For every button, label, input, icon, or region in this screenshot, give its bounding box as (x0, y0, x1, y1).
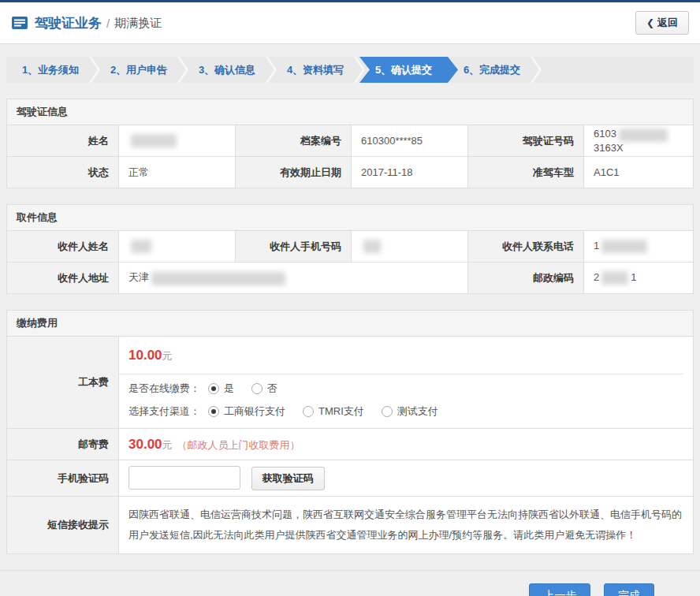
sms-code-input[interactable] (128, 466, 240, 490)
option-label: 测试支付 (397, 404, 438, 419)
license-info-table: 姓名 档案编号 610300****85 驾驶证号码 61033163X 状态 … (6, 125, 694, 188)
fee-label: 工本费 (7, 337, 119, 429)
option-label: 是 (224, 382, 234, 396)
channel-option-test[interactable]: 测试支付 (382, 404, 438, 419)
address-prefix: 天津 (128, 271, 149, 283)
fee-amount-line: 10.00元 (119, 337, 693, 374)
redacted-recipient-name (131, 240, 151, 253)
license-number-suffix: 3163X (594, 142, 624, 154)
postcode-value: 21 (584, 263, 694, 294)
pickup-section-title: 取件信息 (6, 204, 694, 230)
payment-section-title: 缴纳费用 (6, 310, 694, 336)
postcode-prefix: 2 (594, 271, 599, 283)
fee-amount: 10.00 (128, 348, 162, 363)
page-header: 驾驶证业务 / 期满换证 ❮ 返回 (0, 2, 700, 44)
step-6-complete-submit: 6、完成提交 (448, 57, 536, 83)
sms-code-cell: 获取验证码 (119, 460, 694, 497)
recipient-mobile-value (352, 231, 468, 263)
file-number-value: 610300****85 (352, 125, 468, 157)
postage-unit: 元 (162, 439, 173, 451)
channel-option-icbc[interactable]: 工商银行支付 (208, 404, 285, 419)
table-row: 状态 正常 有效期止日期 2017-11-18 准驾车型 A1C1 (7, 157, 694, 188)
license-business-icon (11, 16, 28, 30)
postage-value: 30.00元（邮政人员上门收取费用） (119, 429, 694, 460)
online-pay-label: 是否在线缴费： (128, 382, 200, 396)
vehicle-class-label: 准驾车型 (468, 157, 584, 188)
postcode-label: 邮政编码 (468, 263, 584, 294)
name-value (119, 125, 236, 157)
previous-step-button[interactable]: 上一步 (529, 583, 590, 596)
pickup-info-table: 收件人姓名 收件人手机号码 收件人联系电话 1 收件人地址 天津 邮政编码 21 (6, 230, 694, 294)
postage-amount: 30.00 (128, 437, 162, 452)
recipient-phone-label: 收件人联系电话 (468, 231, 584, 263)
payment-table: 工本费 10.00元 是否在线缴费： 是 否 选择支付渠道： 工商银行支付 TM… (6, 336, 694, 554)
table-row: 收件人地址 天津 邮政编码 21 (7, 263, 694, 294)
radio-yes[interactable] (208, 383, 219, 394)
back-button[interactable]: ❮ 返回 (635, 11, 689, 35)
radio-test[interactable] (382, 406, 393, 417)
chevron-left-icon: ❮ (646, 17, 654, 28)
option-label: TMRI支付 (318, 404, 364, 419)
redacted-name (131, 134, 177, 147)
step-bar-filler (536, 57, 694, 83)
option-label: 否 (267, 382, 277, 396)
table-row: 手机验证码 获取验证码 (7, 460, 694, 497)
valid-until-label: 有效期止日期 (236, 157, 352, 188)
valid-until-value: 2017-11-18 (352, 157, 468, 188)
redacted-postcode (601, 271, 628, 285)
pay-channel-label: 选择支付渠道： (128, 404, 200, 419)
status-label: 状态 (7, 157, 119, 188)
radio-icbc[interactable] (208, 406, 219, 417)
step-1-business-notice: 1、业务须知 (6, 57, 95, 83)
recipient-name-label: 收件人姓名 (7, 231, 119, 263)
file-number-label: 档案编号 (236, 125, 352, 157)
table-row: 工本费 10.00元 是否在线缴费： 是 否 选择支付渠道： 工商银行支付 TM… (7, 337, 694, 429)
step-2-user-declaration: 2、用户申告 (95, 57, 183, 83)
finish-button[interactable]: 完成 (604, 583, 654, 596)
step-5-confirm-submit: 5、确认提交 (359, 57, 458, 83)
pickup-info-section: 取件信息 收件人姓名 收件人手机号码 收件人联系电话 1 收件人地址 天津 邮政… (6, 204, 694, 294)
step-3-confirm-info: 3、确认信息 (183, 57, 271, 83)
recipient-phone-prefix: 1 (594, 240, 599, 251)
payment-section: 缴纳费用 工本费 10.00元 是否在线缴费： 是 否 选择支付渠道： 工商银行… (6, 310, 694, 554)
redacted-recipient-mobile (363, 240, 381, 253)
vehicle-class-value: A1C1 (584, 157, 694, 188)
sms-notice-text: 因陕西省联通、电信运营商技术问题，陕西省互联网交通安全综合服务管理平台无法向持陕… (119, 497, 694, 554)
sms-notice-label: 短信接收提示 (7, 497, 119, 554)
redacted-address (151, 272, 285, 285)
option-label: 工商银行支付 (224, 404, 285, 419)
radio-no[interactable] (251, 383, 262, 394)
page-title: 驾驶证业务 (35, 14, 102, 32)
license-number-value: 61033163X (584, 125, 694, 157)
fee-cell: 10.00元 是否在线缴费： 是 否 选择支付渠道： 工商银行支付 TMRI支付… (119, 337, 694, 429)
postage-note: （邮政人员上门收取费用） (177, 439, 300, 451)
redacted-recipient-phone (601, 240, 647, 253)
table-row: 姓名 档案编号 610300****85 驾驶证号码 61033163X (7, 125, 694, 157)
status-value: 正常 (119, 157, 236, 188)
recipient-phone-value: 1 (584, 231, 694, 263)
postage-label: 邮寄费 (7, 429, 119, 460)
table-row: 收件人姓名 收件人手机号码 收件人联系电话 1 (7, 231, 694, 263)
table-row: 短信接收提示 因陕西省联通、电信运营商技术问题，陕西省互联网交通安全综合服务管理… (7, 497, 694, 554)
name-label: 姓名 (7, 125, 119, 157)
fee-unit: 元 (162, 350, 173, 362)
license-section-title: 驾驶证信息 (6, 99, 694, 125)
online-pay-option-yes[interactable]: 是 (208, 382, 234, 396)
radio-tmri[interactable] (303, 406, 314, 417)
step-4-fill-data: 4、资料填写 (271, 57, 359, 83)
online-pay-option-no[interactable]: 否 (251, 382, 277, 396)
channel-option-tmri[interactable]: TMRI支付 (303, 404, 364, 419)
breadcrumb-current: 期满换证 (114, 16, 162, 31)
breadcrumb-separator: / (106, 17, 110, 30)
pay-channel-question: 选择支付渠道： 工商银行支付 TMRI支付 测试支付 (119, 397, 693, 428)
redacted-license-middle (619, 129, 668, 142)
license-number-label: 驾驶证号码 (468, 125, 584, 157)
table-row: 邮寄费 30.00元（邮政人员上门收取费用） (7, 429, 694, 460)
recipient-name-value (119, 231, 236, 263)
recipient-mobile-label: 收件人手机号码 (236, 231, 352, 263)
recipient-address-label: 收件人地址 (7, 263, 119, 294)
online-pay-question: 是否在线缴费： 是 否 (119, 374, 693, 397)
get-sms-code-button[interactable]: 获取验证码 (251, 467, 325, 490)
license-number-prefix: 6103 (594, 128, 616, 140)
sms-code-label: 手机验证码 (7, 460, 119, 497)
